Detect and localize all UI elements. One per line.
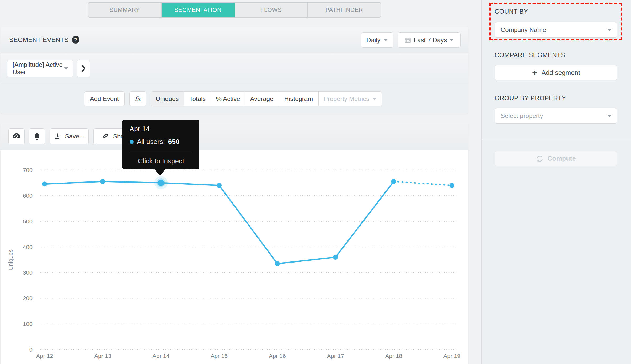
refresh-icon	[536, 155, 544, 163]
active-user-dropdown[interactable]: [Amplitude] Active User	[7, 60, 73, 77]
settings-sidebar: COUNT BY Company Name COMPARE SEGMENTS +…	[481, 0, 631, 364]
panel-title: SEGMENT EVENTS	[9, 36, 69, 44]
svg-text:Apr 12: Apr 12	[36, 353, 53, 359]
compute-label: Compute	[547, 155, 576, 162]
chart-toolbar: Save... Share	[1, 122, 468, 150]
property-metrics-dropdown[interactable]: Property Metrics	[319, 92, 382, 106]
bell-icon	[33, 132, 41, 141]
svg-text:400: 400	[23, 244, 33, 250]
caret-down-icon	[607, 29, 612, 31]
add-event-label: Add Event	[90, 95, 119, 103]
segment-events-panel: SEGMENT EVENTS ? Daily Last 7 Days	[1, 27, 468, 114]
download-icon	[54, 133, 61, 140]
caret-down-icon	[384, 39, 388, 41]
caret-down-icon	[450, 39, 454, 41]
metric-toggle-group: Uniques Totals % Active Average Histogra…	[151, 91, 382, 106]
add-event-button[interactable]: Add Event	[84, 91, 125, 106]
compute-button[interactable]: Compute	[495, 151, 617, 166]
save-button[interactable]: Save...	[50, 128, 89, 144]
property-metrics-label: Property Metrics	[324, 95, 370, 103]
count-by-value: Company Name	[501, 26, 546, 34]
calendar-icon	[404, 37, 411, 44]
svg-text:Apr 15: Apr 15	[211, 353, 228, 359]
svg-text:Apr 16: Apr 16	[269, 353, 286, 359]
svg-text:600: 600	[23, 192, 33, 199]
tab-pathfinder[interactable]: PATHFINDER	[308, 3, 381, 17]
date-range-dropdown[interactable]: Last 7 Days	[398, 32, 461, 48]
tab-summary-label: SUMMARY	[109, 7, 140, 13]
save-label: Save...	[65, 133, 85, 140]
link-icon	[101, 132, 109, 140]
dashboard-button[interactable]	[8, 128, 25, 144]
tooltip-value: 650	[168, 138, 179, 146]
line-chart[interactable]: 0100200300400500600700Apr 12Apr 13Apr 14…	[1, 150, 468, 364]
toggle-average-label: Average	[250, 95, 274, 103]
segment-events-header: SEGMENT EVENTS ? Daily Last 7 Days	[1, 27, 468, 53]
segment-row: [Amplitude] Active User	[1, 53, 468, 84]
sidebar-divider	[482, 139, 631, 139]
toggle-uniques-label: Uniques	[156, 95, 179, 103]
tooltip-action: Click to Inspect	[130, 157, 192, 165]
toggle-totals[interactable]: Totals	[184, 92, 211, 106]
svg-text:Uniques: Uniques	[7, 249, 14, 271]
chart-panel: Save... Share 0100200300400500600700Apr …	[1, 122, 468, 364]
compare-segments-label: COMPARE SEGMENTS	[495, 51, 565, 59]
add-segment-label: Add segment	[542, 69, 580, 77]
toggle-uniques[interactable]: Uniques	[151, 92, 184, 106]
add-segment-button[interactable]: + Add segment	[495, 65, 617, 80]
toggle-totals-label: Totals	[189, 95, 206, 103]
svg-text:0: 0	[29, 346, 33, 353]
svg-text:Apr 18: Apr 18	[385, 353, 402, 359]
series-dot-icon	[130, 140, 134, 144]
svg-text:Apr 14: Apr 14	[152, 353, 169, 359]
svg-text:100: 100	[23, 321, 33, 327]
group-by-placeholder: Select property	[501, 112, 543, 120]
main-content: SUMMARY SEGMENTATION FLOWS PATHFINDER SE…	[0, 0, 468, 364]
tooltip-date: Apr 14	[130, 125, 192, 133]
count-by-label: COUNT BY	[495, 8, 528, 15]
metrics-row: Add Event fx Uniques Totals % Active Ave…	[1, 84, 468, 114]
caret-down-icon	[607, 115, 612, 117]
expand-segment-button[interactable]	[77, 60, 90, 77]
tooltip-series-row: All users: 650	[130, 138, 192, 146]
tab-flows-label: FLOWS	[260, 7, 282, 13]
caret-down-icon	[372, 98, 377, 100]
tab-segmentation[interactable]: SEGMENTATION	[162, 3, 235, 17]
segment-dropdown-value: [Amplitude] Active User	[13, 61, 64, 76]
tooltip-series-label: All users:	[137, 138, 165, 146]
toggle-percent-active-label: % Active	[216, 95, 240, 103]
svg-text:500: 500	[23, 218, 33, 225]
interval-dropdown[interactable]: Daily	[361, 32, 393, 48]
gauge-icon	[12, 132, 21, 141]
alerts-button[interactable]	[29, 128, 45, 144]
group-by-property-label: GROUP BY PROPERTY	[495, 94, 566, 102]
line-chart-area[interactable]: 0100200300400500600700Apr 12Apr 13Apr 14…	[1, 150, 468, 364]
svg-text:Apr 19: Apr 19	[443, 353, 461, 359]
interval-value: Daily	[366, 36, 380, 44]
toggle-histogram-label: Histogram	[284, 95, 313, 103]
caret-down-icon	[64, 67, 68, 70]
chevron-right-icon	[81, 65, 86, 72]
toggle-average[interactable]: Average	[245, 92, 279, 106]
tab-pathfinder-label: PATHFINDER	[325, 7, 363, 13]
tab-segmentation-label: SEGMENTATION	[174, 7, 222, 13]
tab-summary[interactable]: SUMMARY	[88, 3, 162, 17]
svg-text:200: 200	[23, 295, 33, 302]
svg-text:300: 300	[23, 269, 33, 276]
svg-text:Apr 13: Apr 13	[94, 353, 111, 359]
formula-label: fx	[135, 95, 141, 103]
toggle-histogram[interactable]: Histogram	[279, 92, 319, 106]
view-tabbar: SUMMARY SEGMENTATION FLOWS PATHFINDER	[88, 2, 381, 18]
chart-tooltip[interactable]: Apr 14 All users: 650 Click to Inspect	[122, 120, 199, 169]
date-range-value: Last 7 Days	[414, 36, 447, 44]
count-by-dropdown[interactable]: Company Name	[495, 22, 617, 38]
group-by-dropdown[interactable]: Select property	[495, 108, 617, 124]
tab-flows[interactable]: FLOWS	[235, 3, 308, 17]
formula-button[interactable]: fx	[129, 91, 146, 106]
help-icon[interactable]: ?	[72, 36, 79, 44]
toggle-percent-active[interactable]: % Active	[211, 92, 245, 106]
tooltip-divider	[130, 152, 192, 152]
svg-text:700: 700	[23, 167, 33, 173]
svg-text:Apr 17: Apr 17	[327, 353, 344, 359]
